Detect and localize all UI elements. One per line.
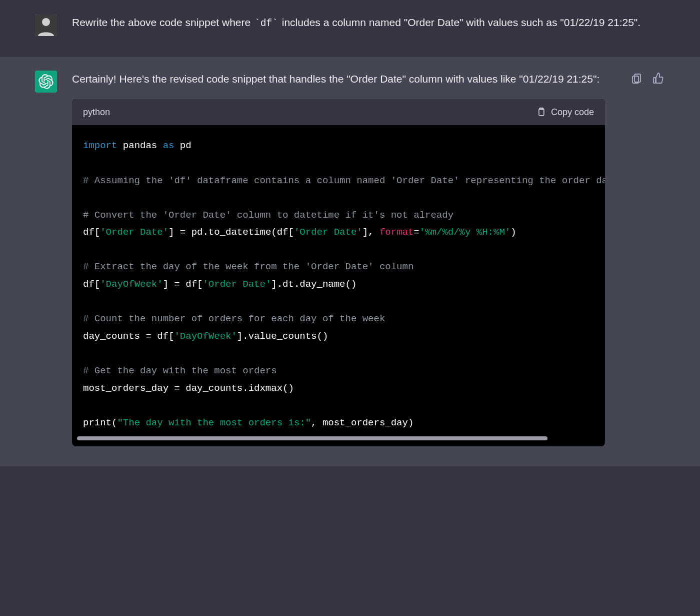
inline-code-df: `df` — [254, 18, 279, 29]
code-token: ], — [362, 227, 380, 238]
svg-rect-4 — [634, 74, 640, 82]
avatar-placeholder-icon — [35, 14, 57, 36]
code-token: 'Order Date' — [202, 279, 271, 290]
user-message-body: Rewrite the above code snippet where `df… — [72, 14, 665, 36]
code-token: df[ — [83, 227, 100, 238]
code-token: # Count the number of orders for each da… — [83, 313, 385, 324]
copy-response-button[interactable] — [630, 72, 643, 85]
code-token: as — [163, 140, 174, 151]
code-scroll-thumb[interactable] — [77, 436, 548, 440]
code-token: format — [380, 227, 414, 238]
code-token: ) — [510, 227, 516, 238]
openai-logo-icon — [38, 74, 54, 89]
code-token: import — [83, 140, 117, 151]
code-block: python Copy code import pandas as pd # A… — [72, 99, 605, 447]
thumbs-up-icon — [652, 72, 664, 84]
code-token: df[ — [83, 279, 100, 290]
code-token: "The day with the most orders is:" — [117, 417, 311, 428]
code-content[interactable]: import pandas as pd # Assuming the 'df' … — [72, 125, 605, 435]
copy-code-label: Copy code — [551, 105, 594, 120]
code-token: # Assuming the 'df' dataframe contains a… — [83, 175, 605, 186]
code-token: 'Order Date' — [100, 227, 168, 238]
clipboard-icon — [630, 72, 642, 84]
code-language-label: python — [83, 105, 110, 120]
user-text-after: includes a column named "Order Date" wit… — [279, 17, 640, 28]
code-token: # Get the day with the most orders — [83, 365, 277, 376]
code-token: = — [414, 227, 419, 238]
code-token: # Extract the day of the week from the '… — [83, 261, 414, 272]
clipboard-icon — [536, 107, 546, 118]
code-token: ] = df[ — [163, 279, 203, 290]
user-message-row: Rewrite the above code snippet where `df… — [0, 0, 700, 57]
code-token: 'DayOfWeek' — [100, 279, 162, 290]
assistant-message-row: Certainly! Here's the revised code snipp… — [0, 57, 700, 466]
copy-code-button[interactable]: Copy code — [536, 105, 594, 120]
code-token: day_counts = df[ — [83, 331, 174, 342]
assistant-actions — [630, 72, 665, 446]
code-token: 'Order Date' — [294, 227, 362, 238]
code-token: # Convert the 'Order Date' column to dat… — [83, 210, 454, 221]
code-token: 'DayOfWeek' — [174, 331, 236, 342]
thumbs-up-button[interactable] — [652, 72, 665, 85]
code-token: '%m/%d/%y %H:%M' — [420, 227, 510, 238]
code-token: , most_orders_day) — [311, 417, 414, 428]
svg-point-1 — [42, 18, 50, 26]
user-text-before: Rewrite the above code snippet where — [72, 17, 254, 28]
code-token: ].dt.day_name() — [271, 279, 356, 290]
code-token: pandas — [117, 140, 162, 151]
assistant-message-body: Certainly! Here's the revised code snipp… — [72, 71, 605, 446]
code-header: python Copy code — [72, 99, 605, 126]
assistant-intro-text: Certainly! Here's the revised code snipp… — [72, 71, 605, 88]
code-token: ].value_counts() — [237, 331, 328, 342]
user-message-text: Rewrite the above code snippet where `df… — [72, 14, 665, 32]
code-token: print( — [83, 417, 117, 428]
code-token: ] = pd.to_datetime(df[ — [168, 227, 294, 238]
svg-rect-6 — [654, 78, 656, 83]
code-token: pd — [174, 140, 191, 151]
user-avatar — [35, 14, 57, 36]
assistant-avatar — [35, 71, 57, 93]
code-token: most_orders_day = day_counts.idxmax() — [83, 383, 294, 394]
code-horizontal-scrollbar[interactable] — [77, 435, 600, 441]
